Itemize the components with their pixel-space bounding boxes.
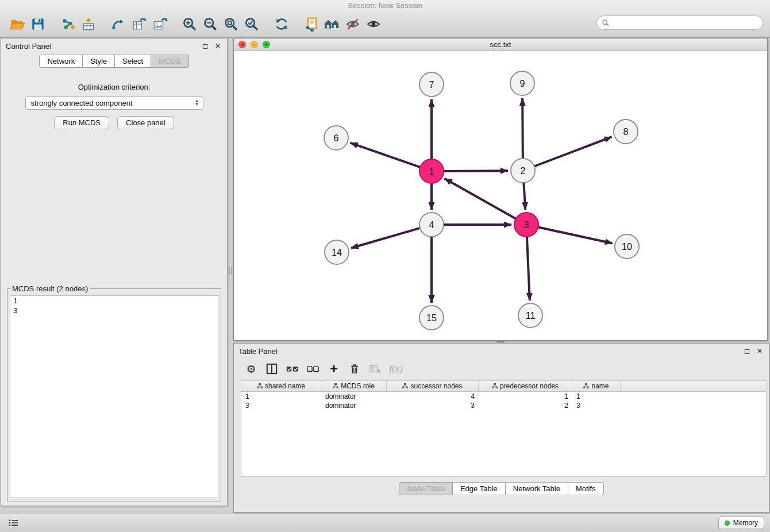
node-label: 4 — [429, 220, 434, 230]
table-cell[interactable]: dominator — [321, 401, 387, 410]
table-cell[interactable]: 3 — [572, 401, 621, 410]
delete-table-icon[interactable] — [366, 361, 384, 377]
select-all-icon[interactable] — [283, 361, 302, 377]
search-field[interactable] — [596, 16, 763, 30]
zoom-fit-icon[interactable] — [221, 14, 241, 34]
edge-3-1[interactable] — [445, 179, 517, 219]
import-table-from-file-icon[interactable] — [78, 14, 99, 34]
close-panel-icon[interactable]: ✕ — [755, 346, 764, 356]
tab-motifs[interactable]: Motifs — [568, 482, 604, 495]
table-row[interactable]: 3dominator323 — [241, 401, 766, 410]
mcds-result-item[interactable]: 3 — [10, 306, 218, 315]
edge-3-10[interactable] — [537, 227, 613, 243]
table-cell[interactable]: 1 — [241, 392, 321, 401]
node-14[interactable]: 14 — [325, 240, 349, 264]
tab-network[interactable]: Network — [39, 55, 83, 68]
settings-gear-icon[interactable]: ⚙ — [242, 361, 260, 377]
float-panel-icon[interactable]: ◻ — [201, 41, 210, 51]
apply-layout-icon[interactable] — [271, 14, 292, 34]
delete-row-icon[interactable] — [345, 361, 364, 377]
table-toolbar: ⚙ + — [234, 358, 769, 379]
column-header-predecessor-nodes[interactable]: predecessor nodes — [479, 381, 572, 391]
network-overview-icon[interactable] — [322, 14, 342, 34]
node-label: 6 — [334, 133, 339, 143]
float-panel-icon[interactable]: ◻ — [742, 346, 752, 356]
node-1[interactable]: 1 — [419, 159, 444, 183]
tab-style[interactable]: Style — [83, 55, 115, 68]
node-10[interactable]: 10 — [615, 234, 639, 259]
run-mcds-button[interactable]: Run MCDS — [54, 116, 109, 129]
open-file-icon[interactable] — [7, 14, 28, 34]
edge-2-9[interactable] — [522, 98, 523, 160]
status-bar: Memory — [0, 514, 770, 531]
optimization-criterion-select[interactable]: strongly connected component ▲▼ — [25, 97, 203, 110]
edge-2-8[interactable] — [533, 137, 612, 167]
save-session-icon[interactable] — [28, 14, 48, 34]
mcds-result-list[interactable]: 13 — [10, 295, 218, 498]
new-network-from-selection-icon[interactable] — [301, 14, 322, 34]
table-cell[interactable]: 1 — [479, 392, 572, 401]
node-6[interactable]: 6 — [324, 126, 348, 150]
node-9[interactable]: 9 — [510, 71, 534, 95]
node-8[interactable]: 8 — [614, 119, 638, 144]
tab-node-table[interactable]: Node Table — [399, 482, 453, 495]
tab-mcds[interactable]: MCDS — [151, 55, 188, 68]
vertical-splitter[interactable] — [228, 38, 233, 514]
node-7[interactable]: 7 — [419, 72, 444, 97]
show-graphics-details-icon[interactable] — [342, 14, 363, 34]
edge-4-14[interactable] — [351, 228, 421, 248]
column-label: name — [591, 382, 609, 390]
close-panel-button[interactable]: Close panel — [117, 116, 174, 129]
table-cell[interactable]: 2 — [479, 401, 572, 410]
mcds-result-item[interactable]: 1 — [10, 296, 218, 306]
unselect-all-icon[interactable] — [304, 361, 322, 377]
zoom-out-icon[interactable] — [200, 14, 221, 34]
network-window-titlebar[interactable]: ✕ − + scc.txt — [234, 38, 767, 51]
optimization-criterion-label: Optimization criterion: — [1, 83, 227, 91]
memory-button[interactable]: Memory — [718, 516, 764, 529]
add-column-icon[interactable]: + — [325, 361, 343, 377]
export-image-icon[interactable] — [149, 14, 170, 34]
import-network-from-file-icon[interactable] — [57, 14, 78, 34]
table-row[interactable]: 1dominator411 — [241, 392, 766, 401]
function-builder-icon[interactable]: f(x) — [387, 361, 405, 377]
table-cell[interactable]: 3 — [387, 401, 479, 410]
column-header-shared-name[interactable]: shared name — [241, 381, 321, 391]
split-panel-icon[interactable] — [263, 361, 281, 377]
search-input[interactable] — [611, 18, 758, 27]
table-cell[interactable]: 3 — [241, 401, 321, 410]
tab-select[interactable]: Select — [115, 55, 151, 68]
zoom-selected-icon[interactable] — [241, 14, 262, 34]
edge-3-11[interactable] — [527, 236, 530, 300]
task-history-icon[interactable] — [6, 517, 21, 529]
table-cell[interactable]: 4 — [387, 392, 479, 401]
mcds-buttons-row: Run MCDS Close panel — [1, 116, 227, 129]
node-2[interactable]: 2 — [511, 159, 535, 183]
edge-2-3[interactable] — [523, 182, 525, 210]
network-canvas[interactable]: 7968124314101511 — [234, 51, 767, 340]
node-3[interactable]: 3 — [514, 213, 538, 237]
edge-1-2[interactable] — [442, 171, 508, 171]
table-panel-tabs: Node TableEdge TableNetwork TableMotifs — [234, 482, 769, 495]
memory-label: Memory — [733, 519, 758, 527]
tab-network-table[interactable]: Network Table — [506, 482, 568, 495]
table-panel-title: Table Panel — [238, 347, 278, 356]
table-cell[interactable]: 1 — [572, 392, 621, 401]
export-network-icon[interactable] — [108, 14, 129, 34]
node-15[interactable]: 15 — [419, 306, 444, 330]
network-graph[interactable]: 7968124314101511 — [234, 51, 767, 340]
export-table-icon[interactable] — [129, 14, 149, 34]
table-cell[interactable]: dominator — [321, 392, 387, 401]
column-header-name[interactable]: name — [572, 381, 621, 391]
tab-edge-table[interactable]: Edge Table — [453, 482, 506, 495]
attribute-type-icon — [257, 383, 263, 389]
close-panel-icon[interactable]: ✕ — [213, 41, 222, 51]
zoom-in-icon[interactable] — [179, 14, 200, 34]
edge-1-6[interactable] — [351, 143, 422, 168]
node-11[interactable]: 11 — [518, 303, 542, 327]
column-header-mcds-role[interactable]: MCDS role — [321, 381, 387, 391]
node-4[interactable]: 4 — [419, 213, 444, 237]
column-header-successor-nodes[interactable]: successor nodes — [387, 381, 479, 391]
table-header-row: shared nameMCDS rolesuccessor nodesprede… — [241, 381, 766, 392]
eye-icon[interactable] — [363, 14, 384, 34]
